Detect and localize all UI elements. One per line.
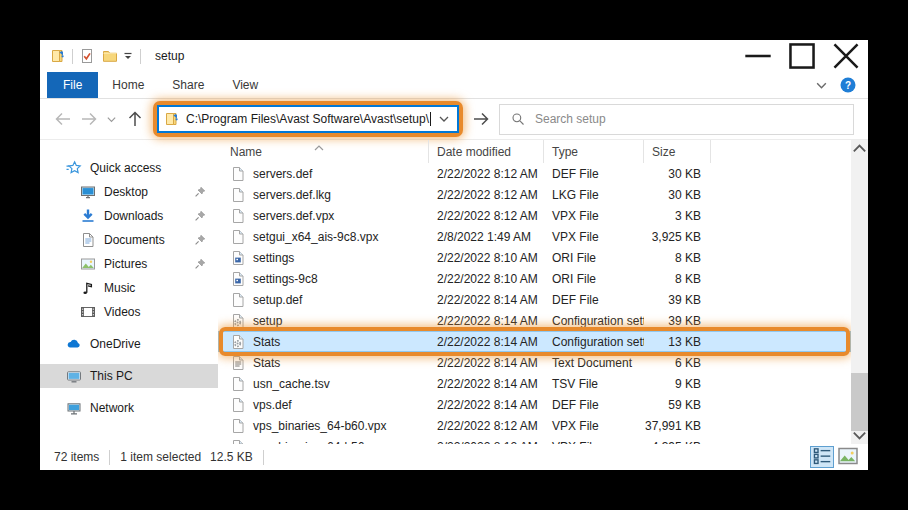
up-button[interactable] [126, 110, 144, 128]
sidebar-item-label: Quick access [90, 161, 161, 175]
file-name: vps_binaries_64-b56.vpx [253, 440, 386, 445]
file-ori-icon [230, 271, 246, 287]
file-type-cell: VPX File [544, 209, 644, 223]
column-header-name-label: Name [230, 145, 262, 159]
sidebar-item-downloads[interactable]: Downloads [40, 204, 218, 228]
sidebar-item-videos[interactable]: Videos [40, 300, 218, 324]
titlebar: setup [40, 40, 868, 72]
file-name: setgui_x64_ais-9c8.vpx [253, 230, 378, 244]
scrollbar-track[interactable] [851, 157, 868, 427]
table-row[interactable]: vps_binaries_64-b60.vpx 2/22/2022 8:12 A… [218, 415, 851, 436]
pictures-icon [80, 256, 96, 272]
file-name: Stats [253, 356, 280, 370]
this-pc-icon [66, 368, 82, 384]
table-row[interactable]: settings 2/22/2022 8:10 AM ORI File 8 KB [218, 247, 851, 268]
maximize-button[interactable] [780, 41, 824, 71]
sidebar-item-documents[interactable]: Documents [40, 228, 218, 252]
titlebar-divider [140, 49, 141, 64]
column-header-date-label: Date modified [437, 145, 511, 159]
sidebar-item-label: Documents [104, 233, 165, 247]
sidebar-item-desktop[interactable]: Desktop [40, 180, 218, 204]
column-headers: Name Date modified Type Size [218, 140, 851, 163]
table-row[interactable]: usn_cache.tsv 2/22/2022 8:14 AM TSV File… [218, 373, 851, 394]
file-size-cell: 39 KB [644, 314, 711, 328]
address-path-text: C:\Program Files\Avast Software\Avast\se… [186, 112, 429, 126]
column-header-type[interactable]: Type [544, 140, 644, 163]
table-row[interactable]: vps_binaries_64-b56.vpx 2/22/2022 8:12 A… [218, 436, 851, 444]
table-row[interactable]: vps.def 2/22/2022 8:14 AM DEF File 59 KB [218, 394, 851, 415]
sidebar-item-network[interactable]: Network [40, 396, 218, 420]
minimize-button[interactable] [736, 41, 780, 71]
sidebar-item-pictures[interactable]: Pictures [40, 252, 218, 276]
file-type-cell: Text Document [544, 356, 644, 370]
column-header-name[interactable]: Name [218, 140, 429, 163]
table-row[interactable]: setup 2/22/2022 8:14 AM Configuration se… [218, 310, 851, 331]
thumbnails-view-button[interactable] [836, 446, 860, 468]
file-config-icon [230, 313, 246, 329]
forward-button[interactable] [80, 110, 98, 128]
file-type-cell: ORI File [544, 272, 644, 286]
tab-home[interactable]: Home [98, 72, 158, 98]
file-size-cell: 37,991 KB [644, 419, 711, 433]
svg-text:?: ? [845, 80, 851, 91]
file-name-cell: setgui_x64_ais-9c8.vpx [218, 229, 429, 245]
column-header-size[interactable]: Size [644, 140, 711, 163]
file-icon [230, 187, 246, 203]
scroll-up-arrow-icon[interactable] [851, 140, 868, 157]
file-type-cell: Configuration sett... [544, 314, 644, 328]
selection-count: 1 item selected [120, 450, 201, 464]
sidebar-item-this-pc[interactable]: This PC [40, 364, 218, 388]
sidebar-item-onedrive[interactable]: OneDrive [40, 332, 218, 356]
properties-check-icon[interactable] [79, 48, 95, 64]
back-button[interactable] [54, 110, 72, 128]
address-dropdown-chevron-icon[interactable] [438, 113, 450, 125]
scrollbar-thumb[interactable] [851, 373, 868, 431]
text-caret [430, 112, 431, 126]
file-name: servers.def [253, 167, 312, 181]
address-input[interactable]: C:\Program Files\Avast Software\Avast\se… [157, 105, 459, 133]
recent-locations-chevron-icon[interactable] [106, 114, 117, 125]
details-view-button[interactable] [810, 446, 834, 468]
search-input[interactable]: Search setup [499, 104, 854, 135]
downloads-icon [80, 208, 96, 224]
music-icon [80, 280, 96, 296]
tab-view[interactable]: View [218, 72, 272, 98]
file-size-cell: 4,395 KB [644, 440, 711, 445]
table-row[interactable]: servers.def.lkg 2/22/2022 8:12 AM LKG Fi… [218, 184, 851, 205]
file-name-cell: vps.def [218, 397, 429, 413]
file-type-cell: VPX File [544, 440, 644, 445]
file-size-cell: 59 KB [644, 398, 711, 412]
tab-file[interactable]: File [47, 72, 98, 98]
pin-icon [194, 258, 206, 270]
tab-share[interactable]: Share [158, 72, 218, 98]
customize-toolbar-chevron-icon[interactable] [122, 50, 134, 62]
sidebar-item-label: This PC [90, 369, 133, 383]
expand-ribbon-chevron-icon[interactable] [815, 79, 828, 92]
column-header-filler [711, 140, 851, 163]
vertical-scrollbar[interactable] [851, 140, 868, 444]
table-row[interactable]: servers.def 2/22/2022 8:12 AM DEF File 3… [218, 163, 851, 184]
close-button[interactable] [824, 41, 868, 71]
go-to-address-button[interactable] [472, 110, 490, 128]
file-date-cell: 2/22/2022 8:14 AM [429, 377, 544, 391]
sidebar-item-label: Music [104, 281, 135, 295]
navigation-pane: Quick access Desktop Downloads Documents… [40, 140, 218, 444]
table-row[interactable]: setgui_x64_ais-9c8.vpx 2/8/2022 1:49 AM … [218, 226, 851, 247]
column-header-date-modified[interactable]: Date modified [429, 140, 544, 163]
file-date-cell: 2/22/2022 8:14 AM [429, 293, 544, 307]
file-name: setup [253, 314, 282, 328]
help-icon[interactable]: ? [840, 77, 856, 93]
sidebar-item-quick-access[interactable]: Quick access [40, 156, 218, 180]
table-row[interactable]: setup.def 2/22/2022 8:14 AM DEF File 39 … [218, 289, 851, 310]
table-row[interactable]: Stats 2/22/2022 8:14 AM Configuration se… [218, 331, 851, 352]
new-folder-icon[interactable] [102, 48, 118, 64]
sidebar-item-music[interactable]: Music [40, 276, 218, 300]
file-name-cell: vps_binaries_64-b56.vpx [218, 439, 429, 445]
table-row[interactable]: settings-9c8 2/22/2022 8:10 AM ORI File … [218, 268, 851, 289]
file-size-cell: 3,925 KB [644, 230, 711, 244]
table-row[interactable]: servers.def.vpx 2/22/2022 8:12 AM VPX Fi… [218, 205, 851, 226]
table-row[interactable]: Stats 2/22/2022 8:14 AM Text Document 6 … [218, 352, 851, 373]
file-date-cell: 2/22/2022 8:10 AM [429, 251, 544, 265]
pin-icon [194, 210, 206, 222]
file-name: settings-9c8 [253, 272, 318, 286]
